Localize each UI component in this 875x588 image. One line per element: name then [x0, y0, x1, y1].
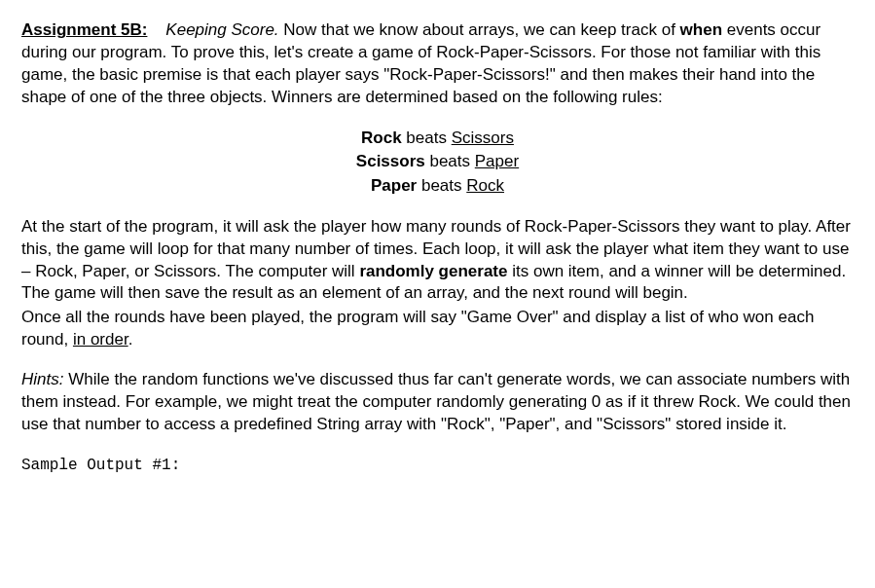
body-p2-a: Once all the rounds have been played, th… — [21, 308, 814, 349]
intro-when: when — [680, 20, 722, 39]
rule-2-loser: Paper — [475, 152, 519, 170]
rule-2: Scissors beats Paper — [21, 150, 854, 174]
hints-paragraph: Hints: While the random functions we've … — [21, 369, 854, 436]
rule-3-winner: Paper — [371, 176, 417, 195]
rule-3-mid: beats — [417, 176, 466, 195]
rule-2-mid: beats — [425, 152, 475, 170]
assignment-subtitle: Keeping Score. — [165, 20, 278, 39]
rule-1-loser: Scissors — [452, 129, 514, 147]
intro-paragraph: Assignment 5B: Keeping Score. Now that w… — [21, 19, 854, 109]
rule-3: Paper beats Rock — [21, 174, 854, 199]
spacer — [152, 20, 161, 39]
body-paragraph-1: At the start of the program, it will ask… — [21, 216, 854, 306]
assignment-title: Assignment 5B: — [21, 20, 147, 39]
sample-output-label: Sample Output #1: — [21, 456, 854, 477]
rule-1-winner: Rock — [361, 129, 402, 147]
rule-1-mid: beats — [402, 129, 452, 147]
intro-text-1: Now that we know about arrays, we can ke… — [283, 20, 679, 39]
hints-label: Hints: — [21, 370, 63, 388]
rules-block: Rock beats Scissors Scissors beats Paper… — [21, 127, 854, 199]
rule-1: Rock beats Scissors — [21, 127, 854, 151]
body-p2-under: in order — [73, 330, 128, 349]
rule-3-loser: Rock — [466, 176, 504, 195]
body-paragraph-2: Once all the rounds have been played, th… — [21, 307, 854, 351]
body-p2-b: . — [128, 330, 133, 349]
rule-2-winner: Scissors — [356, 152, 425, 170]
assignment-document: Assignment 5B: Keeping Score. Now that w… — [21, 19, 854, 477]
hints-text: While the random functions we've discuss… — [21, 370, 851, 433]
body-p1-bold: randomly generate — [359, 262, 507, 280]
